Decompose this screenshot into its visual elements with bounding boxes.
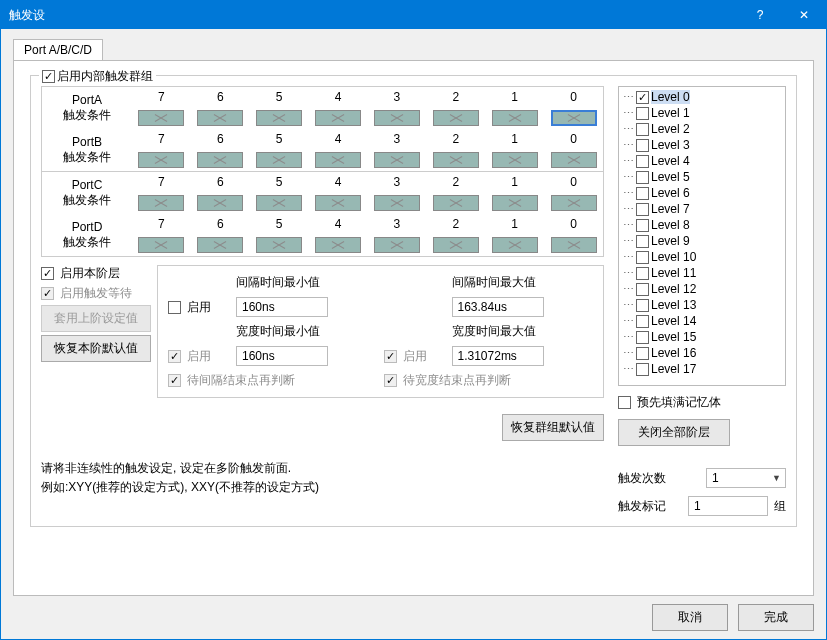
trig-mark-field[interactable] <box>688 496 768 516</box>
trigger-cell[interactable] <box>551 110 597 126</box>
tree-dots: ⋯ <box>623 203 633 216</box>
level-checkbox[interactable] <box>636 203 649 216</box>
level-checkbox[interactable] <box>636 267 649 280</box>
level-label: Level 11 <box>651 266 696 280</box>
level-checkbox[interactable] <box>636 235 649 248</box>
trigger-cell[interactable] <box>433 195 479 211</box>
tab-ports[interactable]: Port A/B/C/D <box>13 39 103 60</box>
restore-group-button[interactable]: 恢复群组默认值 <box>502 414 604 441</box>
gap-min-field[interactable]: 160ns <box>236 297 328 317</box>
trigger-cell[interactable] <box>492 110 538 126</box>
wid-min-field[interactable]: 160ns <box>236 346 328 366</box>
level-item[interactable]: ⋯Level 17 <box>623 361 781 377</box>
level-checkbox[interactable] <box>636 171 649 184</box>
level-item[interactable]: ⋯Level 1 <box>623 105 781 121</box>
close-button[interactable]: ✕ <box>782 1 826 29</box>
close-all-levels-button[interactable]: 关闭全部阶层 <box>618 419 730 446</box>
tree-dots: ⋯ <box>623 299 633 312</box>
level-list[interactable]: ⋯Level 0⋯Level 1⋯Level 2⋯Level 3⋯Level 4… <box>618 86 786 386</box>
trigger-cell[interactable] <box>374 237 420 253</box>
trigger-cell[interactable] <box>256 152 302 168</box>
trigger-cell[interactable] <box>551 237 597 253</box>
level-item[interactable]: ⋯Level 13 <box>623 297 781 313</box>
trigger-cell[interactable] <box>197 152 243 168</box>
trigger-cell[interactable] <box>138 195 184 211</box>
bit-header: 7 <box>132 87 191 107</box>
cancel-button[interactable]: 取消 <box>652 604 728 631</box>
trigger-cell[interactable] <box>374 152 420 168</box>
level-item[interactable]: ⋯Level 8 <box>623 217 781 233</box>
trigger-cell[interactable] <box>315 152 361 168</box>
trigger-cell[interactable] <box>256 237 302 253</box>
enable-internal-group-checkbox[interactable] <box>42 70 55 83</box>
wid-max-field[interactable]: 1.31072ms <box>452 346 544 366</box>
bit-header: 0 <box>544 129 603 149</box>
level-checkbox[interactable] <box>636 155 649 168</box>
restore-level-button[interactable]: 恢复本阶默认值 <box>41 335 151 362</box>
level-checkbox[interactable] <box>636 107 649 120</box>
prefill-checkbox[interactable] <box>618 396 631 409</box>
level-checkbox[interactable] <box>636 299 649 312</box>
trigger-cell[interactable] <box>433 152 479 168</box>
level-label: Level 7 <box>651 202 690 216</box>
trigger-cell[interactable] <box>492 237 538 253</box>
level-checkbox[interactable] <box>636 363 649 376</box>
gap-min-label: 间隔时间最小值 <box>236 274 378 291</box>
level-label: Level 2 <box>651 122 690 136</box>
trigger-cell[interactable] <box>315 110 361 126</box>
gap-max-field[interactable]: 163.84us <box>452 297 544 317</box>
level-item[interactable]: ⋯Level 0 <box>623 89 781 105</box>
level-item[interactable]: ⋯Level 9 <box>623 233 781 249</box>
level-checkbox[interactable] <box>636 251 649 264</box>
level-checkbox[interactable] <box>636 315 649 328</box>
trigger-cell[interactable] <box>492 152 538 168</box>
level-checkbox[interactable] <box>636 123 649 136</box>
bit-header: 4 <box>309 214 368 234</box>
trigger-cell[interactable] <box>551 195 597 211</box>
level-item[interactable]: ⋯Level 2 <box>623 121 781 137</box>
trig-count-select[interactable]: 1▼ <box>706 468 786 488</box>
level-item[interactable]: ⋯Level 10 <box>623 249 781 265</box>
bit-header: 2 <box>426 172 485 192</box>
trigger-cell[interactable] <box>374 195 420 211</box>
finish-button[interactable]: 完成 <box>738 604 814 631</box>
trigger-cell[interactable] <box>256 195 302 211</box>
client-area: Port A/B/C/D 启用内部触发群组 PortA触发条件76543210 … <box>1 29 826 639</box>
trigger-cell[interactable] <box>197 110 243 126</box>
trigger-cell[interactable] <box>256 110 302 126</box>
level-checkbox[interactable] <box>636 91 649 104</box>
help-button[interactable]: ? <box>738 1 782 29</box>
level-item[interactable]: ⋯Level 5 <box>623 169 781 185</box>
trigger-cell[interactable] <box>197 237 243 253</box>
trigger-cell[interactable] <box>138 152 184 168</box>
trigger-cell[interactable] <box>197 195 243 211</box>
trigger-cell[interactable] <box>492 195 538 211</box>
level-checkbox[interactable] <box>636 283 649 296</box>
level-item[interactable]: ⋯Level 16 <box>623 345 781 361</box>
level-item[interactable]: ⋯Level 4 <box>623 153 781 169</box>
trigger-cell[interactable] <box>374 110 420 126</box>
trigger-cell[interactable] <box>315 195 361 211</box>
level-item[interactable]: ⋯Level 14 <box>623 313 781 329</box>
level-checkbox[interactable] <box>636 347 649 360</box>
trigger-cell[interactable] <box>315 237 361 253</box>
level-item[interactable]: ⋯Level 15 <box>623 329 781 345</box>
trigger-cell[interactable] <box>433 237 479 253</box>
bit-header: 3 <box>368 87 427 107</box>
level-item[interactable]: ⋯Level 6 <box>623 185 781 201</box>
enable-level-checkbox[interactable] <box>41 267 54 280</box>
level-checkbox[interactable] <box>636 187 649 200</box>
level-checkbox[interactable] <box>636 219 649 232</box>
level-item[interactable]: ⋯Level 3 <box>623 137 781 153</box>
level-item[interactable]: ⋯Level 7 <box>623 201 781 217</box>
port-name: PortB <box>46 135 128 149</box>
level-checkbox[interactable] <box>636 331 649 344</box>
trigger-cell[interactable] <box>551 152 597 168</box>
level-item[interactable]: ⋯Level 12 <box>623 281 781 297</box>
trigger-cell[interactable] <box>433 110 479 126</box>
gap-enable-checkbox[interactable] <box>168 301 181 314</box>
level-checkbox[interactable] <box>636 139 649 152</box>
trigger-cell[interactable] <box>138 237 184 253</box>
trigger-cell[interactable] <box>138 110 184 126</box>
level-item[interactable]: ⋯Level 11 <box>623 265 781 281</box>
